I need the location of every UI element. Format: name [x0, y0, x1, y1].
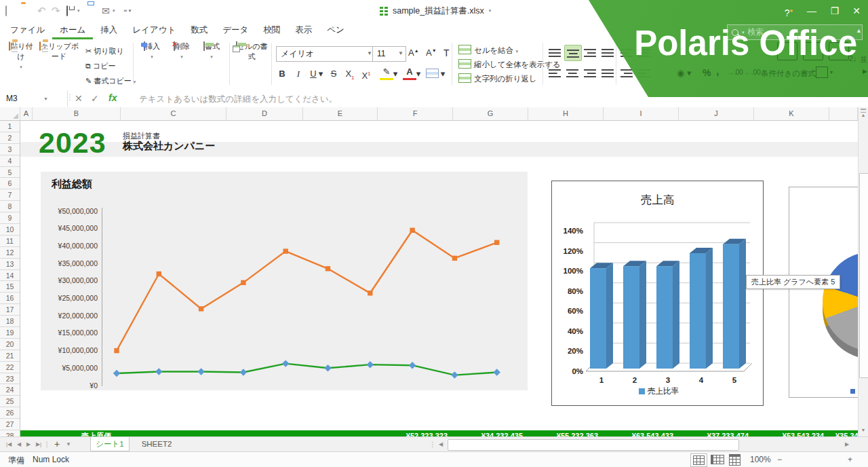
scroll-up-icon[interactable]: ▲ — [859, 113, 868, 117]
row-value[interactable]: ¥63,543,433 — [602, 431, 673, 436]
paste-button[interactable]: 貼り付け▾ — [5, 41, 37, 70]
document-title-dropdown-icon[interactable]: ▾ — [489, 8, 492, 14]
font-size-select[interactable]: 11▼ — [372, 46, 406, 62]
align-middle-button[interactable] — [564, 45, 582, 61]
data-point[interactable] — [155, 368, 162, 375]
column-header-I[interactable]: I — [604, 107, 679, 121]
copy-button[interactable]: ⧉ コピー — [85, 61, 115, 71]
row-header-18[interactable]: 18 — [0, 316, 20, 327]
bar-1[interactable] — [590, 268, 606, 369]
conditional-format-dropdown-icon[interactable]: ▾ — [830, 69, 833, 75]
normal-view-button[interactable] — [690, 453, 707, 467]
data-point[interactable] — [283, 248, 288, 253]
strikethrough-button[interactable]: S — [327, 67, 340, 81]
column-header-K[interactable]: K — [754, 107, 829, 121]
scroll-down-icon[interactable]: ▼ — [859, 428, 868, 432]
subscript-button[interactable]: X1 — [343, 67, 357, 86]
row-value[interactable]: ¥52,323,323 — [376, 431, 448, 436]
sheet-area[interactable]: 2023 損益計算書 株式会社カンパニー 利益総額 ¥0¥5,000,000¥1… — [0, 121, 868, 436]
row-header-17[interactable]: 17 — [0, 304, 20, 316]
data-point[interactable] — [326, 266, 330, 271]
save-icon[interactable] — [66, 4, 68, 18]
font-color-button[interactable]: A — [403, 67, 416, 80]
row-header-25[interactable]: 25 — [0, 396, 20, 407]
decrease-decimal-icon[interactable]: ←.00 — [745, 69, 761, 76]
column-header-G[interactable]: G — [453, 107, 528, 121]
bar-5[interactable] — [723, 244, 739, 369]
bar-2[interactable] — [623, 266, 639, 369]
sort-label-partial[interactable]: 並 — [860, 54, 867, 64]
format-painter-button[interactable]: ✎ 書式コピー ▾ — [85, 76, 136, 86]
clipboard-button[interactable]: クリップボード — [37, 41, 81, 62]
data-point[interactable] — [410, 228, 414, 233]
cut-button[interactable]: ✂ 切り取り — [85, 46, 124, 56]
menu-tab-挿入[interactable]: 挿入 — [93, 22, 125, 39]
increase-decimal-icon[interactable]: →.00 — [727, 69, 743, 76]
column-header-E[interactable]: E — [303, 107, 378, 121]
insert-cells-button[interactable]: + 挿入▾ — [137, 41, 167, 60]
sheet-tab-SHEET2[interactable]: SHEET2 — [131, 437, 182, 451]
pie-slices[interactable] — [823, 252, 859, 351]
row-value[interactable]: ¥53,543,234 — [753, 431, 824, 436]
column-header-F[interactable]: F — [378, 107, 453, 121]
data-point[interactable] — [199, 306, 203, 311]
ribbon-overflow-icon[interactable]: ▶ — [863, 68, 867, 75]
menu-tab-ホーム[interactable]: ホーム — [52, 22, 93, 39]
column-header-A[interactable]: A — [20, 107, 33, 121]
series-orange[interactable] — [117, 230, 497, 350]
row-header-21[interactable]: 21 — [0, 350, 20, 362]
document-title[interactable]: sample_損益計算書.xlsx — [393, 5, 484, 17]
row-header-20[interactable]: 20 — [0, 339, 20, 350]
sheet-list-icon[interactable]: ▼ — [64, 437, 73, 452]
menu-tab-数式[interactable]: 数式 — [183, 22, 215, 39]
select-all-corner[interactable] — [0, 107, 20, 121]
menu-tab-レイアウト[interactable]: レイアウト — [125, 22, 183, 39]
row-value[interactable]: ¥34,232,435 — [452, 431, 523, 436]
next-sheet-icon[interactable]: ▶ — [24, 437, 33, 452]
comma-style-icon[interactable]: , — [716, 65, 719, 77]
row-header-23[interactable]: 23 — [0, 373, 20, 385]
delete-cells-button[interactable]: ✕ 削除▾ — [167, 41, 197, 60]
currency-style-icon[interactable]: ◉ ▾ — [677, 68, 691, 78]
new-document-icon[interactable] — [5, 4, 7, 18]
last-sheet-icon[interactable]: ▶| — [34, 437, 43, 452]
data-point[interactable] — [114, 348, 119, 353]
row-header-27[interactable]: 27 — [0, 419, 20, 430]
align-center-button[interactable] — [564, 65, 580, 80]
zoom-in-button[interactable]: + — [848, 455, 852, 464]
align-bottom-button[interactable] — [582, 45, 598, 60]
row-header-24[interactable]: 24 — [0, 384, 20, 396]
data-point[interactable] — [493, 369, 500, 375]
underline-dropdown-icon[interactable]: ▾ — [317, 67, 324, 81]
vertical-scrollbar[interactable]: ▲ ▼ — [858, 107, 868, 436]
row-header-13[interactable]: 13 — [0, 259, 20, 270]
horizontal-scroll-thumb[interactable] — [448, 439, 739, 451]
row-value[interactable]: ¥37,233,474 — [677, 431, 749, 436]
save-dropdown-icon[interactable]: ▾ — [77, 4, 80, 18]
row-header-14[interactable]: 14 — [0, 270, 20, 282]
fill-color-button[interactable]: ✎ — [380, 67, 393, 80]
hscroll-right-icon[interactable]: ▶ — [843, 437, 851, 452]
column-header-J[interactable]: J — [679, 107, 754, 121]
bar-4[interactable] — [690, 253, 706, 369]
mail-icon[interactable]: ✉ — [102, 4, 110, 18]
row-header-16[interactable]: 16 — [0, 293, 20, 304]
page-break-view-button[interactable] — [727, 453, 743, 466]
merge-cells-button[interactable]: セルを結合 ▾ — [458, 45, 518, 56]
row-header-5[interactable]: 5 — [0, 167, 20, 179]
menu-tab-ペン[interactable]: ペン — [319, 22, 352, 39]
menu-tab-校閲[interactable]: 校閲 — [256, 22, 288, 39]
text-style-icon[interactable]: T — [443, 48, 450, 58]
row-header-26[interactable]: 26 — [0, 407, 20, 419]
maximize-icon[interactable]: ❐ — [827, 4, 842, 18]
data-point[interactable] — [451, 371, 458, 378]
bar-chart[interactable]: 売上高 0%20%40%60%80%100%120%140%12345売上比率 — [551, 181, 764, 406]
vertical-scroll-thumb[interactable] — [859, 173, 868, 378]
row-header-6[interactable]: 6 — [0, 178, 20, 189]
align-distributed-button[interactable] — [599, 45, 616, 60]
row-header-19[interactable]: 19 — [0, 327, 20, 339]
add-sheet-icon[interactable]: + — [52, 437, 62, 452]
row-header-4[interactable]: 4 — [0, 155, 20, 167]
row-header-12[interactable]: 12 — [0, 247, 20, 259]
row-header-8[interactable]: 8 — [0, 201, 20, 212]
